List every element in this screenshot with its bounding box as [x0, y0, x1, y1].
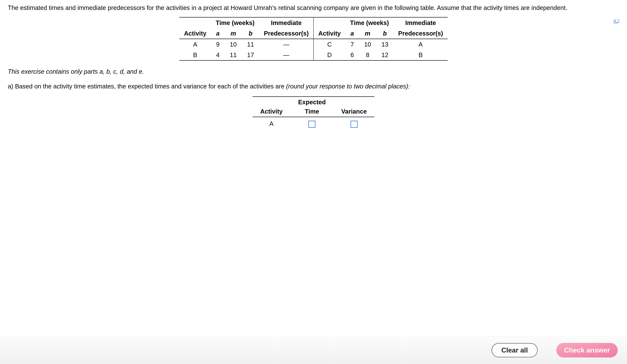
- cell-m: 10: [359, 39, 376, 50]
- popup-icon[interactable]: [614, 17, 619, 22]
- activity-col-left: Activity: [179, 28, 211, 39]
- cell-b: 13: [376, 39, 394, 50]
- a-col-left: a: [211, 28, 225, 39]
- cell-a: 6: [345, 50, 359, 60]
- cell-m: 10: [225, 39, 242, 50]
- answer-table-container: Activity Expected Time Variance A: [8, 96, 619, 130]
- m-col-right: m: [359, 28, 376, 39]
- cell-m: 11: [225, 50, 242, 60]
- cell-pred: A: [394, 39, 448, 50]
- cell-b: 17: [242, 50, 259, 60]
- answer-table: Activity Expected Time Variance A: [253, 96, 375, 130]
- immediate-header-right: Immediate: [394, 17, 448, 28]
- predecessor-col-right: Predecessor(s): [394, 28, 448, 39]
- cell-a: 7: [345, 39, 359, 50]
- cell-activity: B: [179, 50, 211, 60]
- cell-a: 4: [211, 50, 225, 60]
- answer-expected-cell: [290, 117, 333, 130]
- clear-all-button[interactable]: Clear all: [492, 343, 538, 357]
- cell-pred: —: [259, 50, 314, 60]
- m-col-left: m: [225, 28, 242, 39]
- predecessor-col-left: Predecessor(s): [259, 28, 314, 39]
- cell-a: 9: [211, 39, 225, 50]
- activity-col-right: Activity: [314, 28, 345, 39]
- question-a: a) Based on the activity time estimates,…: [8, 82, 619, 91]
- table-row: B 4 11 17 — D 6 8 12 B: [179, 50, 448, 60]
- b-col-right: b: [376, 28, 394, 39]
- parts-note: This exercise contains only parts a, b, …: [8, 67, 619, 76]
- cell-activity: D: [314, 50, 345, 60]
- table-row: A 9 10 11 — C 7 10 13 A: [179, 39, 448, 50]
- question-italic: (round your response to two decimal plac…: [286, 83, 410, 90]
- cell-m: 8: [359, 50, 376, 60]
- a-col-right: a: [345, 28, 359, 39]
- svg-rect-1: [615, 19, 619, 22]
- time-header-right: Time (weeks): [345, 17, 394, 28]
- cell-activity: C: [314, 39, 345, 50]
- activity-data-table: Time (weeks) Immediate Time (weeks) Imme…: [179, 17, 448, 61]
- immediate-header-left: Immediate: [259, 17, 314, 28]
- variance-input[interactable]: [351, 121, 358, 128]
- cell-b: 12: [376, 50, 394, 60]
- b-col-left: b: [242, 28, 259, 39]
- answer-activity-header: Activity: [253, 97, 291, 117]
- data-table-container: Time (weeks) Immediate Time (weeks) Imme…: [8, 17, 619, 61]
- answer-activity-cell: A: [253, 117, 291, 130]
- cell-pred: B: [394, 50, 448, 60]
- cell-b: 11: [242, 39, 259, 50]
- answer-expected-header: Expected Time: [290, 97, 333, 117]
- check-answer-button[interactable]: Check answer: [556, 343, 618, 358]
- intro-text: The estimated times and immediate predec…: [8, 3, 619, 12]
- footer-bar: Clear all Check answer: [0, 336, 627, 364]
- answer-variance-header: Variance: [333, 97, 375, 117]
- answer-row: A: [253, 117, 375, 130]
- answer-variance-cell: [333, 117, 375, 130]
- expected-time-input[interactable]: [308, 121, 315, 128]
- question-prefix: a) Based on the activity time estimates,…: [8, 83, 286, 90]
- cell-activity: A: [179, 39, 211, 50]
- cell-pred: —: [259, 39, 314, 50]
- time-header-left: Time (weeks): [211, 17, 259, 28]
